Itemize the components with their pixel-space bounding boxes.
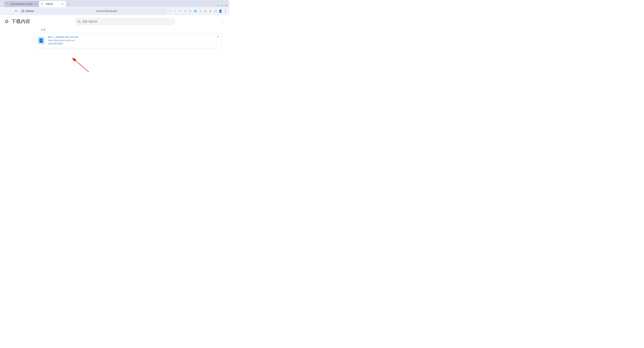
svg-rect-8	[40, 41, 42, 41]
chrome-icon	[22, 10, 24, 12]
ext-x[interactable]: ✕	[183, 9, 188, 13]
download-source: https://download.oracle.com	[48, 39, 219, 41]
new-tab-button[interactable]: +	[66, 2, 71, 7]
svg-point-4	[6, 21, 8, 22]
downloads-header: 下载内容 🔍 ⋮	[0, 15, 229, 26]
search-input[interactable]	[82, 20, 172, 23]
chrome-logo	[4, 19, 10, 24]
address-bar: ← → ↻ Chrome chrome://downloads ☆ 🛡 🛡 ✕ …	[0, 7, 229, 15]
tab-bar-left: ⌄	[0, 4, 4, 7]
section-label-today: 今天	[41, 28, 225, 31]
search-bar[interactable]: 🔍	[75, 18, 175, 25]
downloads-title-area: 下载内容	[4, 18, 30, 25]
ext-star[interactable]: ❋	[188, 9, 192, 13]
tab-favicon-downloads: ⬇	[41, 3, 44, 5]
tab-bar-right: — □ ✕	[216, 4, 229, 7]
ext-world[interactable]: 🌐	[193, 9, 198, 13]
forward-button[interactable]: →	[8, 8, 13, 14]
close-button[interactable]: ✕	[224, 4, 228, 7]
split-view-button[interactable]: ⬜	[213, 9, 218, 13]
download-filename[interactable]: jdk-17_windows-x64_bin.exe	[48, 36, 219, 38]
svg-line-9	[72, 58, 89, 72]
chrome-menu-button[interactable]: ⋮	[223, 9, 228, 13]
ext-malwarebytes[interactable]: 🛡	[173, 9, 178, 13]
file-icon	[38, 37, 44, 44]
maximize-button[interactable]: □	[220, 4, 224, 7]
tab-dropdown-button[interactable]: ⌄	[1, 4, 4, 7]
back-button[interactable]: ←	[1, 8, 7, 14]
search-bar-container: 🔍	[30, 18, 220, 25]
file-icon-container	[37, 36, 45, 44]
download-close-button[interactable]: ✕	[216, 35, 220, 39]
svg-rect-5	[40, 39, 42, 42]
reload-button[interactable]: ↻	[14, 8, 19, 14]
svg-point-1	[22, 10, 23, 11]
search-icon: 🔍	[77, 20, 81, 23]
browser-frame: ⌄ ☕ Java Downloads | Oracle ✕ ⬇ 下载内容 ✕ +…	[0, 0, 229, 129]
bookmark-button[interactable]: ☆	[168, 9, 172, 13]
download-info: jdk-17_windows-x64_bin.exe https://downl…	[48, 36, 219, 45]
toolbar-icons: ☆ 🛡 🛡 ✕ ❋ 🌐 ● ⬜ ⬇ ⬜ 👤 ⋮	[168, 9, 228, 13]
minimize-button[interactable]: —	[216, 4, 220, 7]
tab-favicon-java: ☕	[6, 3, 9, 5]
profile-button[interactable]: 👤	[218, 9, 223, 13]
address-input[interactable]: Chrome chrome://downloads	[20, 8, 167, 14]
svg-rect-6	[40, 40, 42, 40]
tab-close-java[interactable]: ✕	[34, 2, 37, 5]
tab-title-downloads: 下载内容	[45, 3, 60, 5]
page-title: 下载内容	[12, 18, 30, 25]
downloads-toolbar-icon[interactable]: ⬇	[208, 9, 213, 13]
more-options-button[interactable]: ⋮	[220, 19, 225, 24]
address-browser-name: Chrome	[26, 10, 94, 12]
tab-java-downloads[interactable]: ☕ Java Downloads | Oracle ✕	[4, 1, 39, 7]
ext-shield2[interactable]: 🛡	[178, 9, 182, 13]
download-item: jdk-17_windows-x64_bin.exe https://downl…	[34, 33, 222, 48]
tabs-container: ☕ Java Downloads | Oracle ✕ ⬇ 下载内容 ✕ +	[4, 1, 216, 7]
downloads-list: 今天	[0, 26, 229, 49]
ext-puzzle[interactable]: ⬜	[203, 9, 208, 13]
tab-bar: ⌄ ☕ Java Downloads | Oracle ✕ ⬇ 下载内容 ✕ +…	[0, 0, 229, 7]
svg-rect-7	[40, 40, 42, 40]
ext-red[interactable]: ●	[198, 9, 202, 13]
file-icon-inner	[39, 38, 43, 43]
tab-close-downloads[interactable]: ✕	[61, 2, 64, 5]
tab-title-java: Java Downloads | Oracle	[10, 3, 33, 5]
address-url: chrome://downloads	[96, 10, 165, 12]
tab-downloads[interactable]: ⬇ 下载内容 ✕	[39, 1, 66, 7]
file-svg	[40, 39, 42, 42]
show-in-folder-link[interactable]: 在文件夹中显示	[48, 42, 219, 45]
page-area: 下载内容 🔍 ⋮ 今天	[0, 15, 229, 129]
